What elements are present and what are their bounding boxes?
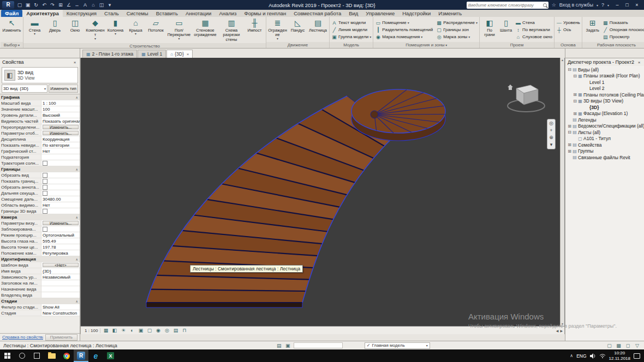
property-row[interactable]: Границы: [0, 166, 80, 172]
ribbon-button[interactable]: ▤ Просмотр: [603, 33, 644, 40]
revit-button[interactable]: R: [74, 349, 88, 362]
quick-access-icon[interactable]: ∠: [65, 2, 73, 9]
property-row[interactable]: Камера: [0, 214, 80, 220]
ribbon-tab[interactable]: Вид: [345, 10, 362, 17]
chrome-button[interactable]: [59, 349, 74, 362]
property-value[interactable]: [41, 226, 80, 232]
panel-label-select[interactable]: Выбор: [1, 42, 23, 48]
property-value[interactable]: [41, 292, 80, 298]
property-value[interactable]: [41, 286, 80, 292]
ribbon-button[interactable]: ╱ Линия модели: [331, 26, 371, 33]
viewcube[interactable]: [504, 79, 548, 119]
quick-access-icon[interactable]: A: [81, 2, 89, 9]
property-row[interactable]: Назначение вида: [0, 286, 80, 292]
panel-label-room-area[interactable]: Помещения и зоны: [373, 42, 479, 48]
ribbon-button[interactable]: ▱ Потолок: [146, 18, 165, 33]
property-row[interactable]: Показать невиди... По категории: [0, 142, 80, 148]
selection-combo[interactable]: 3D вид: {3D} ▾: [2, 85, 47, 93]
status-bar-icon[interactable]: ▽: [634, 343, 641, 348]
network-icon[interactable]: [599, 353, 606, 358]
scroll-up-icon[interactable]: ▲: [561, 58, 564, 62]
quick-access-icon[interactable]: ⌂: [90, 2, 97, 9]
property-value[interactable]: Нет: [41, 202, 80, 208]
view-control-icon[interactable]: ◎: [163, 328, 170, 333]
ribbon-tab[interactable]: Управление: [362, 10, 398, 17]
ribbon-button[interactable]: ⌂ Крыша: [126, 18, 145, 35]
status-bar-icon[interactable]: ▤: [276, 343, 283, 348]
ribbon-tab[interactable]: Системы: [123, 10, 152, 17]
property-row[interactable]: Шаблон вида <Нет>: [0, 262, 80, 268]
volume-icon[interactable]: [590, 353, 596, 359]
property-row[interactable]: Область видимо... Нет: [0, 202, 80, 208]
property-row[interactable]: Параметры отоб... Изменить...: [0, 130, 80, 136]
property-value[interactable]: Ортогональный: [41, 232, 80, 238]
ribbon-button[interactable]: ┃ Разделитель помещений: [375, 26, 434, 33]
property-value[interactable]: Регулировка: [41, 250, 80, 256]
ribbon-button[interactable]: ▣ Группа модели: [331, 33, 371, 40]
ribbon-tab[interactable]: Анализ: [215, 10, 240, 17]
quick-access-icon[interactable]: ▣: [24, 2, 32, 9]
property-row[interactable]: Дисциплина Координация: [0, 136, 80, 142]
ribbon-button[interactable]: ▤ Лестница: [308, 18, 327, 33]
ribbon-button[interactable]: ◎ Марка зоны: [436, 33, 478, 40]
property-value[interactable]: Нет: [41, 148, 80, 154]
view-control-icon[interactable]: ▤: [172, 328, 179, 333]
ribbon-tab[interactable]: Архитектура: [22, 10, 63, 17]
ribbon-tab[interactable]: Аннотации: [182, 10, 216, 17]
tree-item[interactable]: Level 2: [565, 86, 644, 92]
tree-expander-icon[interactable]: ⊟: [573, 74, 577, 79]
edge-button[interactable]: e: [88, 349, 103, 362]
property-value[interactable]: [41, 172, 80, 178]
property-row[interactable]: Дальняя секуща...: [0, 190, 80, 196]
quick-access-icon[interactable]: ↔: [73, 2, 81, 9]
property-row[interactable]: Графический ст... Нет: [0, 148, 80, 154]
property-value[interactable]: [41, 160, 80, 166]
tree-expander-icon[interactable]: ⊟: [573, 99, 577, 104]
property-value[interactable]: 197.78: [41, 244, 80, 250]
property-row[interactable]: Смещение даль... 30480.00: [0, 196, 80, 202]
navigation-bar-icon[interactable]: +: [550, 128, 552, 133]
staircase-model[interactable]: [81, 58, 564, 326]
status-bar-icon[interactable]: ▩: [615, 343, 622, 348]
quick-access-icon[interactable]: ↶: [40, 2, 48, 9]
help-caret-icon[interactable]: ▾: [607, 3, 609, 7]
vertical-scrollbar[interactable]: ▲ ▼: [560, 58, 564, 326]
ribbon-button[interactable]: ▬ Стена: [25, 18, 44, 35]
ribbon-tab[interactable]: Конструкция: [63, 10, 100, 17]
property-row[interactable]: Идентификация: [0, 256, 80, 262]
property-value[interactable]: [41, 190, 80, 196]
language-indicator[interactable]: ENG: [576, 353, 586, 359]
ribbon-tab[interactable]: Совместная работа: [290, 10, 345, 17]
property-value[interactable]: Высокий: [41, 112, 80, 118]
property-value[interactable]: Изменить...: [43, 221, 79, 225]
property-value[interactable]: Show All: [41, 304, 80, 310]
property-row[interactable]: Стадии: [0, 298, 80, 304]
tree-item[interactable]: ⊟ ▤ Листы (all): [565, 129, 644, 136]
tree-item[interactable]: ⊞ ▤ Группы: [565, 148, 644, 155]
help-icon[interactable]: ?: [601, 2, 604, 8]
ribbon-button[interactable]: ◧ По грани: [481, 18, 498, 38]
tree-item[interactable]: {3D}: [565, 104, 644, 111]
property-value[interactable]: 100: [41, 106, 80, 112]
property-row[interactable]: Положение кам... Регулировка: [0, 250, 80, 256]
file-explorer-button[interactable]: [44, 349, 59, 362]
tree-item[interactable]: ⊟ ▤ Виды (all): [565, 67, 644, 73]
ribbon-button[interactable]: ↕ По вертикали: [515, 26, 552, 33]
ribbon-button[interactable]: ╱ Опорная плоскость: [603, 26, 644, 33]
property-row[interactable]: Границы 3D вида: [0, 208, 80, 214]
ribbon-button[interactable]: — Уровень: [556, 19, 580, 26]
property-row[interactable]: Параметры визу... Изменить...: [0, 220, 80, 226]
view-tab[interactable]: ▦ Level 1: [138, 50, 166, 58]
property-row[interactable]: Переопределени... Изменить...: [0, 124, 80, 130]
ribbon-tab[interactable]: Вставить: [152, 10, 182, 17]
task-view-button[interactable]: [29, 349, 44, 362]
search-button[interactable]: [15, 349, 29, 362]
ribbon-button[interactable]: ▭ Помещение: [375, 19, 434, 26]
ribbon-button[interactable]: ◉ Марка помещения: [375, 33, 434, 40]
navigation-bar-icon[interactable]: ▾: [550, 142, 553, 147]
tree-item[interactable]: Level 1: [565, 79, 644, 86]
property-value[interactable]: New Construction: [41, 310, 80, 316]
property-value[interactable]: [41, 154, 80, 160]
tree-item[interactable]: ▤ Связанные файлы Revit: [565, 154, 644, 161]
view-tab[interactable]: ▦ 2 - План 1-го этажа: [82, 50, 137, 58]
